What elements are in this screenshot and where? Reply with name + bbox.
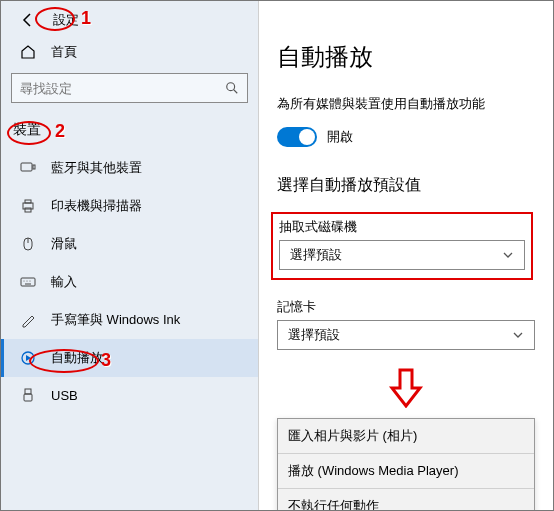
sidebar-item-label: USB bbox=[51, 388, 78, 403]
dropdown-opt-play[interactable]: 播放 (Windows Media Player) bbox=[278, 454, 534, 489]
sidebar-item-label: 滑鼠 bbox=[51, 235, 77, 253]
removable-drive-label: 抽取式磁碟機 bbox=[279, 218, 525, 236]
dropdown-opt-import[interactable]: 匯入相片與影片 (相片) bbox=[278, 419, 534, 454]
usb-icon bbox=[19, 387, 37, 403]
sidebar-item-label: 輸入 bbox=[51, 273, 77, 291]
sidebar-item-bluetooth[interactable]: 藍牙與其他裝置 bbox=[1, 149, 258, 187]
svg-rect-9 bbox=[21, 278, 35, 286]
sidebar-item-label: 手寫筆與 Windows Ink bbox=[51, 311, 180, 329]
memorycard-label: 記憶卡 bbox=[277, 298, 535, 316]
sidebar-item-usb[interactable]: USB bbox=[1, 377, 258, 413]
svg-point-11 bbox=[27, 281, 28, 282]
autoplay-toggle[interactable] bbox=[277, 127, 317, 147]
keyboard-icon bbox=[19, 274, 37, 290]
search-input-container[interactable] bbox=[11, 73, 248, 103]
autoplay-icon bbox=[19, 350, 37, 366]
sidebar-item-pen[interactable]: 手寫筆與 Windows Ink bbox=[1, 301, 258, 339]
sub-heading: 為所有媒體與裝置使用自動播放功能 bbox=[277, 95, 535, 113]
sidebar-item-typing[interactable]: 輸入 bbox=[1, 263, 258, 301]
search-input[interactable] bbox=[20, 81, 225, 96]
svg-rect-15 bbox=[25, 389, 31, 394]
home-icon bbox=[19, 44, 37, 60]
sidebar-item-mouse[interactable]: 滑鼠 bbox=[1, 225, 258, 263]
dropdown-options: 匯入相片與影片 (相片) 播放 (Windows Media Player) 不… bbox=[277, 418, 535, 510]
defaults-heading: 選擇自動播放預設值 bbox=[277, 175, 535, 196]
settings-title: 設定 bbox=[53, 11, 79, 29]
sidebar-item-printers[interactable]: 印表機與掃描器 bbox=[1, 187, 258, 225]
select-value: 選擇預設 bbox=[290, 246, 342, 264]
printer-icon bbox=[19, 198, 37, 214]
section-label: 裝置 bbox=[1, 117, 258, 149]
removable-drive-select[interactable]: 選擇預設 bbox=[279, 240, 525, 270]
bluetooth-icon bbox=[19, 160, 37, 176]
removable-drive-group: 抽取式磁碟機 選擇預設 bbox=[271, 212, 533, 280]
sidebar-item-label: 藍牙與其他裝置 bbox=[51, 159, 142, 177]
pen-icon bbox=[19, 312, 37, 328]
svg-line-1 bbox=[234, 90, 238, 94]
svg-rect-16 bbox=[24, 394, 32, 401]
home-link[interactable]: 首頁 bbox=[1, 37, 258, 67]
svg-rect-2 bbox=[21, 163, 32, 171]
sidebar: 設定 首頁 裝置 藍牙與其他裝置 bbox=[1, 1, 259, 510]
sidebar-item-label: 印表機與掃描器 bbox=[51, 197, 142, 215]
memorycard-select[interactable]: 選擇預設 bbox=[277, 320, 535, 350]
main-content: 自動播放 為所有媒體與裝置使用自動播放功能 開啟 選擇自動播放預設值 抽取式磁碟… bbox=[259, 1, 553, 510]
toggle-state-label: 開啟 bbox=[327, 128, 353, 146]
home-label: 首頁 bbox=[51, 43, 77, 61]
sidebar-item-label: 自動播放 bbox=[51, 349, 103, 367]
svg-point-10 bbox=[24, 281, 25, 282]
svg-point-0 bbox=[227, 83, 235, 91]
svg-point-12 bbox=[30, 281, 31, 282]
select-value: 選擇預設 bbox=[288, 326, 340, 344]
page-title: 自動播放 bbox=[277, 41, 535, 73]
arrow-down-icon bbox=[388, 368, 424, 408]
svg-rect-3 bbox=[33, 165, 35, 169]
search-icon bbox=[225, 81, 239, 95]
memorycard-group: 記憶卡 選擇預設 bbox=[277, 298, 535, 350]
mouse-icon bbox=[19, 236, 37, 252]
chevron-down-icon bbox=[512, 329, 524, 341]
back-icon[interactable] bbox=[19, 12, 37, 28]
chevron-down-icon bbox=[502, 249, 514, 261]
sidebar-item-autoplay[interactable]: 自動播放 bbox=[1, 339, 258, 377]
svg-rect-5 bbox=[25, 200, 31, 203]
dropdown-opt-nothing[interactable]: 不執行任何動作 bbox=[278, 489, 534, 510]
